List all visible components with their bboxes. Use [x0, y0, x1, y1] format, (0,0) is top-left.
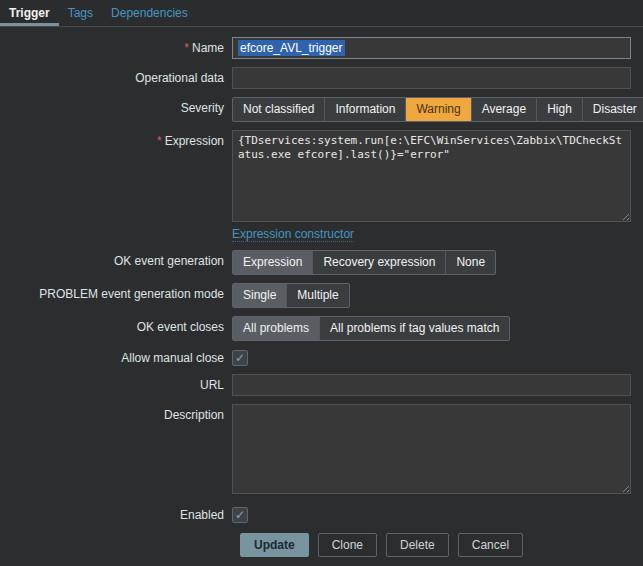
name-input-value: efcore_AVL_trigger [238, 40, 345, 56]
required-asterisk: * [184, 41, 189, 55]
expression-constructor-link[interactable]: Expression constructor [232, 227, 354, 242]
clone-button[interactable]: Clone [318, 533, 377, 557]
operational-data-input[interactable] [232, 67, 631, 89]
severity-option-average[interactable]: Average [471, 98, 536, 121]
problem-event-mode-option-multiple[interactable]: Multiple [286, 284, 348, 307]
name-label: *Name [0, 37, 232, 59]
update-button[interactable]: Update [240, 533, 309, 557]
operational-data-row: Operational data [0, 67, 643, 89]
allow-manual-close-label: Allow manual close [0, 349, 232, 366]
problem-event-mode-option-single[interactable]: Single [233, 284, 286, 307]
operational-data-label: Operational data [0, 67, 232, 89]
problem-event-mode-row: PROBLEM event generation mode Single Mul… [0, 283, 643, 308]
tab-trigger[interactable]: Trigger [0, 0, 59, 26]
enabled-row: Enabled ✓ [0, 506, 643, 523]
ok-event-closes-option-if-tag-values-match[interactable]: All problems if tag values match [319, 317, 509, 340]
check-icon: ✓ [235, 351, 245, 365]
url-input[interactable] [232, 374, 631, 396]
name-row: *Name efcore_AVL_trigger [0, 37, 643, 59]
severity-group: Not classified Information Warning Avera… [232, 97, 643, 122]
expression-row: *Expression {TDservices:system.run[e:\EF… [0, 130, 643, 242]
delete-button[interactable]: Delete [386, 533, 449, 557]
severity-option-high[interactable]: High [536, 98, 582, 121]
ok-event-generation-label: OK event generation [0, 250, 232, 275]
ok-event-closes-label: OK event closes [0, 316, 232, 341]
severity-option-disaster[interactable]: Disaster [582, 98, 643, 121]
ok-event-generation-option-expression[interactable]: Expression [233, 251, 312, 274]
cancel-button[interactable]: Cancel [458, 533, 523, 557]
description-row: Description [0, 404, 643, 494]
severity-row: Severity Not classified Information Warn… [0, 97, 643, 122]
tab-bar: Trigger Tags Dependencies [0, 0, 643, 27]
required-asterisk: * [157, 134, 162, 148]
ok-event-generation-row: OK event generation Expression Recovery … [0, 250, 643, 275]
expression-textarea[interactable]: {TDservices:system.run[e:\EFC\WinService… [232, 130, 631, 222]
ok-event-generation-group: Expression Recovery expression None [232, 250, 496, 275]
severity-option-information[interactable]: Information [324, 98, 405, 121]
check-icon: ✓ [235, 508, 245, 522]
trigger-config-page: Trigger Tags Dependencies *Name efcore_A… [0, 0, 643, 557]
name-input[interactable]: efcore_AVL_trigger [232, 37, 631, 59]
description-label: Description [0, 404, 232, 494]
ok-event-closes-group: All problems All problems if tag values … [232, 316, 510, 341]
problem-event-mode-group: Single Multiple [232, 283, 350, 308]
tab-dependencies[interactable]: Dependencies [102, 0, 197, 26]
enabled-label: Enabled [0, 506, 232, 523]
ok-event-generation-option-none[interactable]: None [445, 251, 495, 274]
url-label: URL [0, 374, 232, 396]
expression-label: *Expression [0, 130, 232, 242]
severity-label: Severity [0, 97, 232, 122]
ok-event-closes-option-all-problems[interactable]: All problems [233, 317, 319, 340]
severity-option-not-classified[interactable]: Not classified [233, 98, 324, 121]
tab-tags[interactable]: Tags [59, 0, 102, 26]
severity-option-warning[interactable]: Warning [405, 98, 470, 121]
footer-buttons: Update Clone Delete Cancel [240, 533, 643, 557]
ok-event-generation-option-recovery-expression[interactable]: Recovery expression [312, 251, 445, 274]
problem-event-mode-label: PROBLEM event generation mode [0, 283, 232, 308]
description-textarea[interactable] [232, 404, 631, 494]
allow-manual-close-checkbox[interactable]: ✓ [232, 350, 248, 366]
allow-manual-close-row: Allow manual close ✓ [0, 349, 643, 366]
url-row: URL [0, 374, 643, 396]
trigger-form: *Name efcore_AVL_trigger Operational dat… [0, 27, 643, 557]
ok-event-closes-row: OK event closes All problems All problem… [0, 316, 643, 341]
enabled-checkbox[interactable]: ✓ [232, 507, 248, 523]
